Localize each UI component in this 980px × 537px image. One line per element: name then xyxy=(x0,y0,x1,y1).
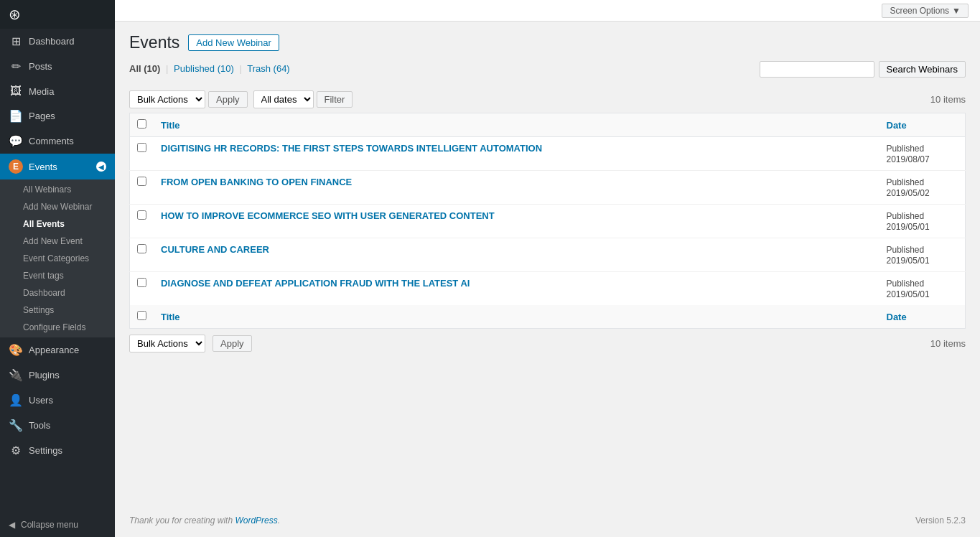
event-status: Published xyxy=(887,211,925,221)
event-status: Published xyxy=(887,144,925,154)
sidebar-sub-all-webinars[interactable]: All Webinars xyxy=(0,181,115,198)
sidebar-item-posts[interactable]: ✏ Posts xyxy=(0,54,115,79)
sidebar-sub-dashboard[interactable]: Dashboard xyxy=(0,284,115,302)
screen-options-button[interactable]: Screen Options ▼ xyxy=(882,4,969,18)
sidebar-sub-event-categories[interactable]: Event Categories xyxy=(0,250,115,267)
wp-logo: ⊛ xyxy=(0,0,115,29)
top-actions-row: Bulk Actions Apply All dates Filter 10 i… xyxy=(129,90,966,108)
event-title-link[interactable]: DIGITISING HR RECORDS: THE FIRST STEPS T… xyxy=(161,143,542,154)
sidebar-item-label: Comments xyxy=(29,136,74,146)
row-date-cell: Published 2019/05/01 xyxy=(879,238,966,272)
bulk-actions-select-bottom[interactable]: Bulk Actions xyxy=(129,335,205,352)
media-icon: 🖼 xyxy=(9,85,23,98)
sidebar-item-settings[interactable]: ⚙ Settings xyxy=(0,438,115,463)
row-date-cell: Published 2019/08/07 xyxy=(879,137,966,171)
topbar: Screen Options ▼ xyxy=(115,0,980,22)
sidebar-item-label: Tools xyxy=(29,420,50,431)
event-title-link[interactable]: DIAGNOSE AND DEFEAT APPLICATION FRAUD WI… xyxy=(161,278,470,289)
event-date: 2019/08/07 xyxy=(887,154,930,164)
page-title: Events xyxy=(129,33,179,52)
plugins-icon: 🔌 xyxy=(9,368,23,382)
collapse-icon: ◀ xyxy=(9,520,15,530)
filter-all[interactable]: All (10) xyxy=(129,63,160,74)
collapse-menu[interactable]: ◀ Collapse menu xyxy=(0,513,115,537)
footer-thank-you: Thank you for creating with xyxy=(129,515,235,526)
select-all-footer-checkbox[interactable] xyxy=(137,311,146,320)
event-title-link[interactable]: CULTURE AND CAREER xyxy=(161,244,269,255)
sidebar-item-label: Users xyxy=(29,395,53,406)
event-status: Published xyxy=(887,245,925,255)
select-all-checkbox[interactable] xyxy=(137,119,146,129)
items-count-bottom: 10 items xyxy=(930,338,966,349)
row-checkbox-cell xyxy=(130,171,154,205)
date-footer-link[interactable]: Date xyxy=(887,312,907,322)
footer-text: Thank you for creating with WordPress. xyxy=(129,515,280,526)
bottom-actions-row: Bulk Actions Apply 10 items xyxy=(129,335,966,352)
select-all-footer xyxy=(130,305,154,329)
sidebar-item-tools[interactable]: 🔧 Tools xyxy=(0,413,115,438)
sidebar-item-appearance[interactable]: 🎨 Appearance xyxy=(0,337,115,363)
footer-wp-link[interactable]: WordPress xyxy=(235,515,277,526)
title-sort-link[interactable]: Title xyxy=(161,120,180,131)
filter-links: All (10) | Published (10) | Trash (64) xyxy=(129,63,290,74)
row-checkbox[interactable] xyxy=(137,143,146,152)
events-table-body: DIGITISING HR RECORDS: THE FIRST STEPS T… xyxy=(130,137,966,306)
sidebar-sub-add-new-event[interactable]: Add New Event xyxy=(0,233,115,250)
sidebar-item-pages[interactable]: 📄 Pages xyxy=(0,103,115,129)
date-filter-select[interactable]: All dates xyxy=(253,90,314,108)
table-footer-row: Title Date xyxy=(130,305,966,329)
title-footer-link[interactable]: Title xyxy=(161,312,180,322)
screen-options-chevron-icon: ▼ xyxy=(952,6,961,16)
sidebar-sub-configure-fields[interactable]: Configure Fields xyxy=(0,319,115,336)
items-count-top: 10 items xyxy=(930,94,966,105)
sidebar-item-plugins[interactable]: 🔌 Plugins xyxy=(0,363,115,388)
wp-logo-icon: ⊛ xyxy=(9,6,21,23)
row-checkbox[interactable] xyxy=(137,278,146,287)
sidebar-item-label: Appearance xyxy=(29,345,79,355)
search-button[interactable]: Search Webinars xyxy=(879,61,966,78)
date-header: Date xyxy=(879,113,966,137)
sidebar-item-label: Dashboard xyxy=(29,36,75,47)
sidebar-sub-all-events[interactable]: All Events xyxy=(0,215,115,233)
apply-button-bottom[interactable]: Apply xyxy=(213,335,252,352)
posts-icon: ✏ xyxy=(9,60,23,73)
sidebar-sub-add-new-webinar[interactable]: Add New Webinar xyxy=(0,198,115,215)
sidebar-item-dashboard[interactable]: ⊞ Dashboard xyxy=(0,29,115,54)
footer-version: Version 5.2.3 xyxy=(915,515,966,526)
filter-published[interactable]: Published (10) xyxy=(174,63,234,74)
apply-button-top[interactable]: Apply xyxy=(208,91,248,108)
event-title-link[interactable]: FROM OPEN BANKING TO OPEN FINANCE xyxy=(161,177,352,187)
sidebar-item-users[interactable]: 👤 Users xyxy=(0,388,115,413)
event-date: 2019/05/01 xyxy=(887,222,930,232)
events-arrow-icon: ◀ xyxy=(96,162,106,172)
row-checkbox[interactable] xyxy=(137,177,146,186)
row-checkbox[interactable] xyxy=(137,244,146,253)
filter-button[interactable]: Filter xyxy=(317,91,353,108)
sidebar-item-label: Posts xyxy=(29,61,52,72)
main-content: Screen Options ▼ Events Add New Webinar … xyxy=(115,0,980,537)
date-sort-link[interactable]: Date xyxy=(887,120,907,131)
table-header-row: Title Date xyxy=(130,113,966,137)
row-date-cell: Published 2019/05/01 xyxy=(879,272,966,306)
table-row: DIAGNOSE AND DEFEAT APPLICATION FRAUD WI… xyxy=(130,272,966,306)
event-date: 2019/05/01 xyxy=(887,256,930,266)
dashboard-icon: ⊞ xyxy=(9,34,23,48)
sidebar-item-media[interactable]: 🖼 Media xyxy=(0,79,115,103)
events-table: Title Date DIGITISING HR RECORDS: THE FI… xyxy=(129,113,966,329)
sidebar-item-comments[interactable]: 💬 Comments xyxy=(0,129,115,154)
row-checkbox-cell xyxy=(130,238,154,272)
search-input[interactable] xyxy=(760,61,874,78)
row-checkbox-cell xyxy=(130,272,154,306)
add-new-webinar-button[interactable]: Add New Webinar xyxy=(188,34,279,51)
title-footer: Title xyxy=(154,305,879,329)
filter-trash[interactable]: Trash (64) xyxy=(247,63,289,74)
row-checkbox[interactable] xyxy=(137,210,146,220)
row-title-cell: CULTURE AND CAREER xyxy=(154,238,879,272)
title-header: Title xyxy=(154,113,879,137)
sidebar-item-events[interactable]: E Events ◀ xyxy=(0,154,115,179)
users-icon: 👤 xyxy=(9,393,23,407)
event-title-link[interactable]: HOW TO IMPROVE ECOMMERCE SEO WITH USER G… xyxy=(161,210,495,221)
sidebar-sub-event-tags[interactable]: Event tags xyxy=(0,267,115,284)
sidebar-sub-settings[interactable]: Settings xyxy=(0,302,115,319)
bulk-actions-select-top[interactable]: Bulk Actions xyxy=(129,90,205,108)
